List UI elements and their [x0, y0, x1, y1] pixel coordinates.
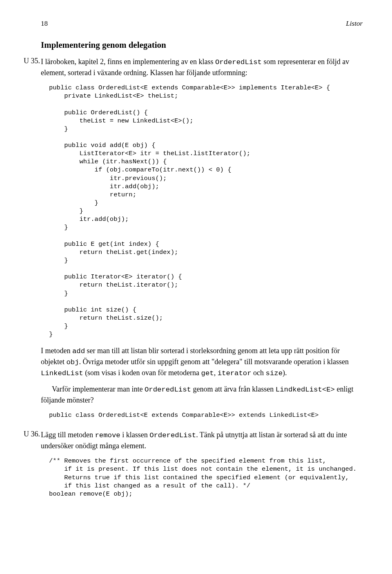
inline-code: obj: [66, 358, 79, 366]
text: ).: [283, 369, 287, 377]
text: I läroboken, kapitel 2, finns en impleme…: [41, 58, 215, 66]
exercise-body: Lägg till metoden remove i klassen Order…: [41, 430, 363, 498]
inline-code: OrderedList: [215, 58, 262, 66]
paragraph: Varför implementerar man inte OrderedLis…: [41, 384, 363, 405]
inline-code: remove: [95, 432, 120, 439]
inline-code: iterator: [218, 369, 252, 377]
text: ,: [214, 369, 218, 377]
paragraph: I metoden add ser man till att listan bl…: [41, 346, 363, 378]
text: (som visas i koden ovan för metoderna: [83, 369, 201, 377]
text: i klassen: [120, 431, 150, 439]
inline-code: size: [266, 369, 283, 377]
text: I metoden: [41, 347, 72, 355]
inline-code: OrderedList: [149, 432, 196, 439]
text: Lägg till metoden: [41, 431, 95, 439]
page-header: 18 Listor: [41, 20, 363, 28]
inline-code: LindkedList<E>: [276, 386, 335, 394]
paragraph: Lägg till metoden remove i klassen Order…: [41, 430, 363, 451]
exercise-36: U 36. Lägg till metoden remove i klassen…: [41, 430, 363, 498]
page-number: 18: [41, 20, 48, 28]
text: genom att ärva från klassen: [191, 385, 276, 393]
chapter-title: Listor: [346, 20, 363, 28]
paragraph: I läroboken, kapitel 2, finns en impleme…: [41, 57, 363, 78]
text: Varför implementerar man inte: [52, 385, 145, 393]
section-title: Implementering genom delegation: [41, 40, 363, 50]
text: och: [252, 369, 266, 377]
inline-code: LinkedList: [41, 369, 83, 377]
exercise-35: U 35. I läroboken, kapitel 2, finns en i…: [41, 57, 363, 419]
inline-code: get: [201, 369, 214, 377]
code-block: public class OrderedList<E extends Compa…: [49, 411, 363, 419]
page: 18 Listor Implementering genom delegatio…: [0, 0, 392, 574]
code-block: /** Removes the first occurrence of the …: [49, 457, 363, 498]
exercise-label: U 35.: [21, 57, 40, 65]
text: . Övriga metoder utför sin uppgift genom…: [79, 358, 349, 366]
code-block: public class OrderedList<E extends Compa…: [49, 84, 363, 338]
inline-code: OrderedList: [145, 386, 191, 394]
exercise-body: I läroboken, kapitel 2, finns en impleme…: [41, 57, 363, 419]
exercise-label: U 36.: [21, 430, 40, 438]
inline-code: add: [72, 347, 85, 355]
